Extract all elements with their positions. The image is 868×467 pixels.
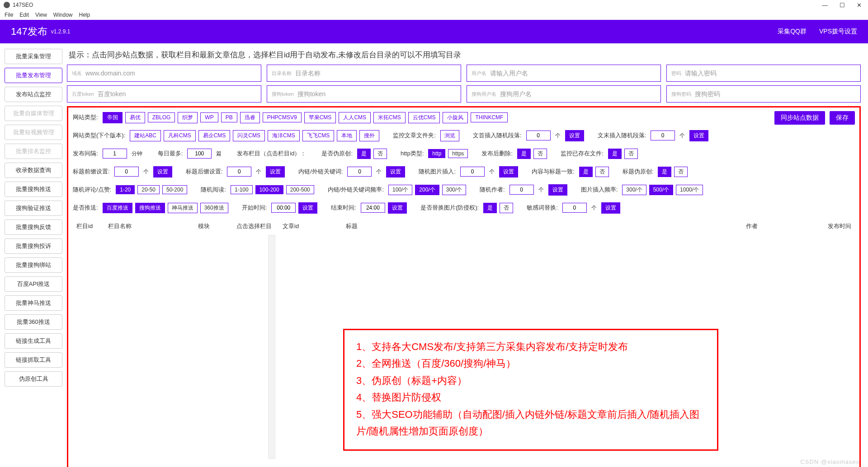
option-pill[interactable]: 100/个 <box>388 185 412 195</box>
inputs2-input-3[interactable] <box>695 90 856 98</box>
option-pill[interactable]: 100-200 <box>255 185 283 194</box>
inputs1-input-3[interactable] <box>685 70 856 77</box>
small-button[interactable]: 设置 <box>298 202 317 214</box>
sidebar-item-0[interactable]: 批量采集管理 <box>5 49 62 64</box>
option-pill[interactable]: 否 <box>624 149 638 159</box>
option-pill[interactable]: 搜狗推送 <box>135 203 165 213</box>
small-button[interactable]: 设置 <box>548 184 567 196</box>
option-pill[interactable]: 1-100 <box>231 185 253 194</box>
small-button[interactable]: 设置 <box>601 202 620 214</box>
option-tag[interactable]: 米拓CMS <box>373 112 406 123</box>
sidebar-item-13[interactable]: 批量神马推送 <box>5 295 62 311</box>
option-pill[interactable]: 是 <box>608 149 622 159</box>
option-tag[interactable]: 帝国 <box>103 112 123 123</box>
option-tag[interactable]: ZBLOG <box>148 112 175 122</box>
option-pill[interactable]: 200/个 <box>415 185 439 195</box>
small-button[interactable]: 设置 <box>388 202 407 214</box>
option-pill[interactable]: 百度推送 <box>103 203 132 213</box>
option-tag[interactable]: 搜外 <box>359 130 379 141</box>
number-input[interactable] <box>460 167 485 177</box>
sidebar-item-10[interactable]: 批量搜狗投诉 <box>5 238 62 254</box>
number-input[interactable] <box>227 167 251 177</box>
option-tag[interactable]: 闪灵CMS <box>233 130 265 141</box>
option-pill[interactable]: https <box>448 149 468 158</box>
number-input[interactable] <box>526 131 551 140</box>
sidebar-item-16[interactable]: 链接抓取工具 <box>5 352 62 368</box>
scrollbar-thumb[interactable] <box>269 236 275 246</box>
option-pill[interactable]: 是 <box>483 203 497 213</box>
small-button[interactable]: 设置 <box>689 130 708 141</box>
option-pill[interactable]: 360推送 <box>200 203 228 213</box>
sidebar-item-4[interactable]: 批量短视频管理 <box>5 125 62 140</box>
option-pill[interactable]: 否 <box>533 149 547 159</box>
option-tag[interactable]: 迅睿 <box>240 112 260 123</box>
menu-view[interactable]: View <box>35 12 47 18</box>
option-tag[interactable]: 人人CMS <box>339 112 371 123</box>
link-vps-dial[interactable]: VPS拨号设置 <box>819 28 857 36</box>
option-pill[interactable]: 200-500 <box>286 185 314 194</box>
option-pill[interactable]: 300/个 <box>622 185 646 195</box>
option-pill[interactable]: 否 <box>500 203 513 213</box>
sidebar-item-8[interactable]: 搜狗验证推送 <box>5 201 62 216</box>
sidebar-item-6[interactable]: 收录数据查询 <box>5 163 62 178</box>
option-pill[interactable]: 20-50 <box>137 185 160 194</box>
option-pill[interactable]: 500/个 <box>649 185 673 195</box>
maximize-button[interactable]: ☐ <box>840 2 845 9</box>
sidebar-item-14[interactable]: 批量360推送 <box>5 314 62 330</box>
sidebar-item-2[interactable]: 发布站点监控 <box>5 87 62 102</box>
option-tag[interactable]: 建站ABC <box>130 130 161 141</box>
sidebar-item-9[interactable]: 批量搜狗反馈 <box>5 219 62 235</box>
sidebar-item-3[interactable]: 批量自媒体管理 <box>5 106 62 121</box>
option-tag[interactable]: WP <box>200 112 218 122</box>
sidebar-item-5[interactable]: 批量排名监控 <box>5 144 62 159</box>
small-button[interactable]: 设置 <box>499 166 518 177</box>
option-pill[interactable]: 否 <box>595 167 609 177</box>
link-qq-group[interactable]: 采集QQ群 <box>778 28 807 36</box>
sync-site-button[interactable]: 同步站点数据 <box>774 111 825 125</box>
option-pill[interactable]: 50-200 <box>162 185 187 194</box>
inputs1-input-1[interactable] <box>295 70 456 77</box>
sidebar-item-17[interactable]: 伪原创工具 <box>5 371 62 387</box>
option-pill[interactable]: 是 <box>357 149 371 159</box>
option-tag[interactable]: 易优 <box>125 112 145 123</box>
option-tag[interactable]: 凡科CMS <box>164 130 196 141</box>
inputs1-input-0[interactable] <box>85 70 256 77</box>
number-input[interactable] <box>271 203 296 213</box>
option-pill[interactable]: 1000/个 <box>676 185 703 195</box>
inputs2-input-2[interactable] <box>500 90 656 98</box>
option-pill[interactable]: 是 <box>579 167 593 177</box>
number-input[interactable] <box>103 149 127 159</box>
option-tag[interactable]: 易企CMS <box>198 130 231 141</box>
minimize-button[interactable]: — <box>822 2 828 9</box>
number-input[interactable] <box>347 167 372 177</box>
menu-help[interactable]: Help <box>79 12 90 18</box>
inputs2-input-0[interactable] <box>98 90 256 98</box>
number-input[interactable] <box>651 131 675 140</box>
save-button[interactable]: 保存 <box>830 111 855 125</box>
small-button[interactable]: 浏览 <box>440 130 459 141</box>
close-button[interactable]: ✕ <box>857 2 862 9</box>
option-pill[interactable]: 300/个 <box>442 185 466 195</box>
number-input[interactable] <box>361 203 385 213</box>
menu-window[interactable]: Window <box>53 12 73 18</box>
sidebar-item-11[interactable]: 批量搜狗绑站 <box>5 257 62 273</box>
number-input[interactable] <box>562 203 587 213</box>
option-pill[interactable]: 否 <box>674 167 688 177</box>
menu-file[interactable]: File <box>5 12 13 18</box>
option-pill[interactable]: http <box>428 149 445 158</box>
option-tag[interactable]: PB <box>221 112 237 122</box>
small-button[interactable]: 设置 <box>565 130 584 141</box>
option-tag[interactable]: 苹果CMS <box>304 112 336 123</box>
small-button[interactable]: 设置 <box>153 166 172 177</box>
option-tag[interactable]: THINKCMF <box>471 112 508 122</box>
option-pill[interactable]: 神马推送 <box>168 203 198 213</box>
option-pill[interactable]: 是 <box>517 149 531 159</box>
option-tag[interactable]: 小旋风 <box>443 112 468 123</box>
option-tag[interactable]: 织梦 <box>178 112 198 123</box>
option-pill[interactable]: 否 <box>373 149 387 159</box>
option-tag[interactable]: 飞飞CMS <box>302 130 335 141</box>
sidebar-item-7[interactable]: 批量搜狗推送 <box>5 182 62 197</box>
sidebar-item-1[interactable]: 批量发布管理 <box>5 68 62 83</box>
option-pill[interactable]: 1-20 <box>116 185 135 194</box>
small-button[interactable]: 设置 <box>266 166 285 177</box>
